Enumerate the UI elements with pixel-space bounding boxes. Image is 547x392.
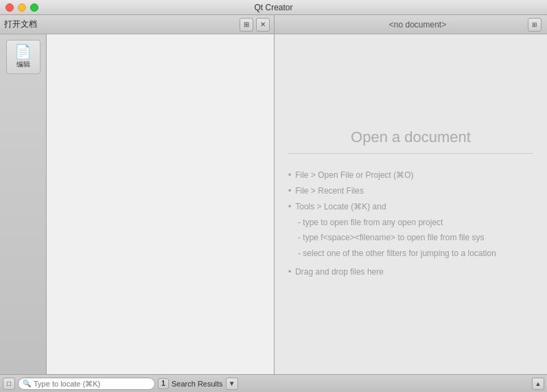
welcome-item-1-text: File > Open File or Project (⌘O) [295, 168, 413, 183]
welcome-item-4: • Drag and drop files here [288, 264, 533, 280]
editor-panel: Open a document • File > Open File or Pr… [275, 34, 547, 374]
locate-wrapper: 🔍 [18, 378, 155, 390]
nav-back-button[interactable]: ‹ [280, 19, 292, 31]
left-panel [47, 34, 275, 374]
sub-item-3: - select one of the other filters for ju… [288, 246, 533, 262]
welcome-item-2: • File > Recent Files [288, 183, 533, 199]
bottom-icon-button[interactable]: □ [3, 378, 15, 390]
sub-item-2: - type f<space><filename> to open file f… [288, 230, 533, 246]
bullet-4: • [288, 264, 291, 280]
search-results-dropdown[interactable]: ▼ [226, 378, 238, 390]
content-area: 📄 编辑 Open a document • File > Open File … [0, 34, 547, 374]
close-button[interactable] [5, 3, 14, 12]
toolbar-left: 打开文档 ⊞ ✕ [0, 15, 275, 34]
welcome-item-3-text: Tools > Locate (⌘K) and [295, 199, 386, 215]
nav-forward-button[interactable]: › [295, 19, 307, 31]
bullet-3: • [288, 199, 291, 215]
editor-split-button[interactable]: ⊞ [528, 18, 542, 32]
main-toolbar: 打开文档 ⊞ ✕ ‹ › <no document> ⊞ [0, 15, 547, 34]
welcome-content: • File > Open File or Project (⌘O) • Fil… [288, 168, 533, 280]
bullet-2: • [288, 183, 291, 199]
title-bar: Qt Creator [0, 0, 547, 15]
close-editor-button[interactable]: ✕ [256, 18, 270, 32]
locate-input[interactable] [18, 378, 155, 390]
welcome-item-3: • Tools > Locate (⌘K) and [288, 199, 533, 215]
app-title: Qt Creator [254, 3, 292, 12]
sub-item-1: - type to open file from any open projec… [288, 215, 533, 231]
welcome-item-4-text: Drag and drop files here [295, 264, 384, 280]
welcome-title: Open a document [288, 128, 533, 154]
open-doc-label: 打开文档 [4, 19, 237, 30]
bottom-bar: □ 🔍 1 Search Results ▼ ▲ [0, 374, 547, 392]
document-selector[interactable]: <no document> [310, 20, 525, 30]
sidebar: 📄 编辑 [0, 34, 47, 374]
sidebar-item-edit[interactable]: 📄 编辑 [6, 40, 40, 74]
bottom-right-button[interactable]: ▲ [532, 378, 544, 390]
minimize-button[interactable] [18, 3, 26, 12]
window-controls [5, 3, 38, 12]
edit-icon: 📄 [14, 45, 32, 58]
bullet-1: • [288, 168, 291, 183]
search-results-badge: 1 [158, 378, 169, 389]
search-results-label: Search Results [172, 380, 223, 388]
split-editor-button[interactable]: ⊞ [240, 18, 253, 32]
toolbar-right: ‹ › <no document> ⊞ [275, 15, 547, 34]
sidebar-item-edit-label: 编辑 [16, 60, 30, 69]
welcome-item-2-text: File > Recent Files [295, 183, 364, 199]
maximize-button[interactable] [30, 3, 38, 12]
welcome-item-1: • File > Open File or Project (⌘O) [288, 168, 533, 183]
locate-search-icon: 🔍 [23, 380, 31, 387]
